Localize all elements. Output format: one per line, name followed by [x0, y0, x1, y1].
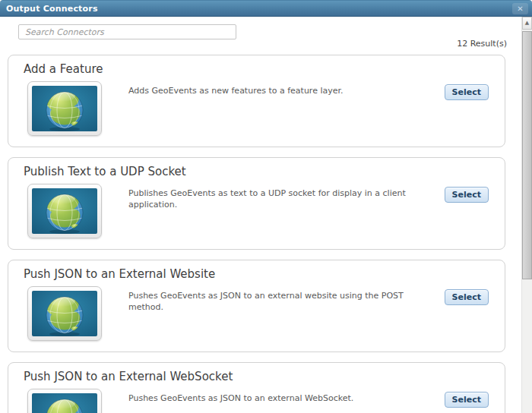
- connector-description: Adds GeoEvents as new features to a feat…: [128, 85, 420, 96]
- connector-card: Publish Text to a UDP Socket Publishes G…: [8, 157, 505, 250]
- connector-title: Add a Feature: [24, 62, 103, 76]
- search-input[interactable]: [18, 24, 236, 39]
- select-button[interactable]: Select: [445, 187, 489, 203]
- connector-title: Push JSON to an External Website: [24, 267, 215, 281]
- scrollbar-thumb[interactable]: [522, 31, 532, 279]
- globe-icon: [32, 188, 97, 234]
- connector-description: Publishes GeoEvents as text to a UDP soc…: [128, 188, 420, 210]
- connector-thumbnail: [27, 286, 102, 341]
- globe-icon: [32, 393, 97, 413]
- connector-title: Push JSON to an External WebSocket: [24, 370, 233, 383]
- output-connectors-dialog: Output Connectors ✕ 12 Result(s) Add a F…: [0, 0, 532, 413]
- connector-card: Push JSON to an External Website Pushes …: [8, 260, 505, 352]
- dialog-titlebar[interactable]: Output Connectors ✕: [0, 0, 532, 17]
- connector-description: Pushes GeoEvents as JSON to an external …: [128, 290, 420, 313]
- connector-description: Pushes GeoEvents as JSON to an external …: [128, 393, 420, 404]
- results-count: 12 Result(s): [457, 39, 507, 49]
- connector-thumbnail: [27, 81, 102, 136]
- scroll-up-icon[interactable]: ▲: [522, 17, 532, 30]
- dialog-title: Output Connectors: [6, 4, 98, 14]
- connector-card: Add a Feature Adds GeoEvents as new feat…: [8, 55, 505, 147]
- connector-card: Push JSON to an External WebSocket Pushe…: [8, 362, 505, 413]
- connector-title: Publish Text to a UDP Socket: [24, 165, 186, 178]
- globe-icon: [32, 86, 97, 131]
- connector-thumbnail: [27, 184, 102, 238]
- select-button[interactable]: Select: [445, 289, 489, 305]
- close-icon[interactable]: ✕: [512, 3, 528, 14]
- connector-thumbnail: [27, 389, 102, 413]
- select-button[interactable]: Select: [445, 84, 489, 100]
- select-button[interactable]: Select: [445, 392, 489, 408]
- globe-icon: [32, 291, 97, 336]
- vertical-scrollbar[interactable]: ▲: [521, 17, 532, 413]
